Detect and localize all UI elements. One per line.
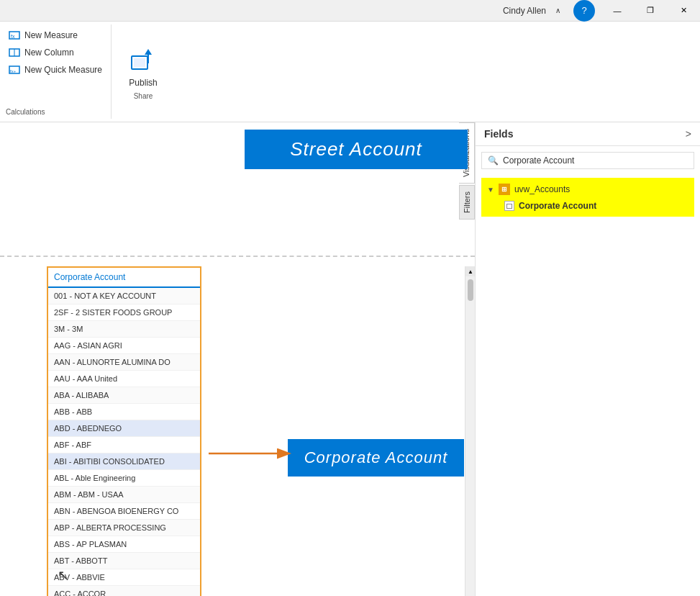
ribbon-share-section: Publish Share xyxy=(112,24,175,119)
new-measure-button[interactable]: fx New Measure xyxy=(6,27,105,43)
scroll-up-button[interactable]: ▲ xyxy=(465,266,475,276)
arrow-annotation xyxy=(201,432,295,475)
table-row[interactable]: ▼ ⊞ uvw_Accounts □ Corporate Account xyxy=(481,178,694,217)
ribbon-calculations-section: fx New Measure New Column xyxy=(0,24,112,119)
list-item[interactable]: 3M - 3M xyxy=(48,321,200,338)
filters-tab[interactable]: Filters xyxy=(459,185,475,220)
svg-rect-7 xyxy=(134,58,145,67)
fields-tree: ▼ ⊞ uvw_Accounts □ Corporate Account xyxy=(476,175,700,220)
minimize-button[interactable]: — xyxy=(601,0,634,22)
left-panel: Street Account Corporate Account 001 - N… xyxy=(0,122,475,596)
table-item[interactable]: ▼ ⊞ uvw_Accounts xyxy=(484,181,691,198)
divider xyxy=(0,256,475,257)
title-bar: Cindy Allen ∧ ? — ❐ ✕ xyxy=(0,0,700,22)
slicer-scrollbar[interactable]: ▲ ▼ xyxy=(465,266,475,596)
street-account-banner: Street Account xyxy=(245,130,468,169)
list-item[interactable]: ABV - ABBVIE xyxy=(48,569,200,586)
slicer-header: Corporate Account xyxy=(48,268,200,288)
new-measure-label: New Measure xyxy=(24,30,78,40)
field-label: Corporate Account xyxy=(519,201,596,211)
svg-text:fx+: fx+ xyxy=(10,69,17,73)
new-column-button[interactable]: New Column xyxy=(6,45,105,60)
list-item[interactable]: 001 - NOT A KEY ACCOUNT xyxy=(48,288,200,304)
fields-search-box[interactable]: 🔍 xyxy=(481,152,694,169)
list-item[interactable]: ABN - ABENGOA BIOENERGY CO xyxy=(48,503,200,520)
calculations-group-label: Calculations xyxy=(6,108,45,116)
list-item[interactable]: AAN - ALUNORTE ALUMINA DO xyxy=(48,354,200,371)
new-measure-icon: fx xyxy=(9,30,20,41)
list-item[interactable]: ABD - ABEDNEGO xyxy=(48,420,200,437)
ribbon-items: fx New Measure New Column xyxy=(6,27,105,107)
svg-marker-9 xyxy=(145,49,152,55)
tree-chevron-down-icon: ▼ xyxy=(487,186,494,194)
list-item[interactable]: ABI - ABITIBI CONSOLIDATED xyxy=(48,453,200,470)
cursor-icon: ↖ xyxy=(58,567,68,583)
field-checkbox-icon: □ xyxy=(504,201,514,211)
publish-icon xyxy=(129,46,158,75)
table-label: uvw_Accounts xyxy=(514,184,570,194)
list-item[interactable]: ABF - ABF xyxy=(48,437,200,453)
list-item[interactable]: ACC - ACCOR xyxy=(48,586,200,596)
new-quick-measure-button[interactable]: fx+ New Quick Measure xyxy=(6,62,105,78)
list-item[interactable]: ABA - ALIBABA xyxy=(48,387,200,404)
share-group-label: Share xyxy=(134,92,153,100)
user-name: Cindy Allen xyxy=(503,6,546,16)
list-item[interactable]: 2SF - 2 SISTER FOODS GROUP xyxy=(48,304,200,321)
fields-panel-title: Fields xyxy=(484,128,513,140)
list-item[interactable]: ABP - ALBERTA PROCESSING xyxy=(48,520,200,536)
search-icon: 🔍 xyxy=(488,155,499,166)
fields-panel-expand-icon[interactable]: > xyxy=(686,128,691,140)
corporate-account-title: Corporate Account xyxy=(304,448,448,467)
field-row[interactable]: □ Corporate Account xyxy=(484,198,691,214)
scroll-thumb xyxy=(468,279,473,301)
ribbon: fx New Measure New Column xyxy=(0,22,700,122)
new-quick-measure-label: New Quick Measure xyxy=(24,65,102,75)
help-button[interactable]: ? xyxy=(573,0,595,22)
user-info: Cindy Allen ∧ xyxy=(503,0,565,22)
list-item[interactable]: AAU - AAA United xyxy=(48,371,200,387)
user-chevron-icon[interactable]: ∧ xyxy=(550,0,565,22)
slicer-panel: Corporate Account 001 - NOT A KEY ACCOUN… xyxy=(47,266,201,596)
slicer-list[interactable]: 001 - NOT A KEY ACCOUNT 2SF - 2 SISTER F… xyxy=(48,288,200,596)
new-column-label: New Column xyxy=(24,48,74,58)
publish-label: Publish xyxy=(129,78,157,88)
list-item[interactable]: AAG - ASIAN AGRI xyxy=(48,338,200,354)
corporate-account-callout: Corporate Account xyxy=(288,439,464,477)
table-icon: ⊞ xyxy=(499,184,510,195)
publish-button[interactable]: Publish xyxy=(123,43,163,91)
maximize-button[interactable]: ❐ xyxy=(634,0,667,22)
list-item[interactable]: ABL - Able Engineering xyxy=(48,470,200,487)
list-item[interactable]: ABM - ABM - USAA xyxy=(48,487,200,503)
main-area: Street Account Corporate Account 001 - N… xyxy=(0,122,700,596)
new-column-icon xyxy=(9,47,20,58)
list-item[interactable]: ABT - ABBOTT xyxy=(48,553,200,569)
svg-text:fx: fx xyxy=(11,34,15,39)
close-button[interactable]: ✕ xyxy=(667,0,700,22)
list-item[interactable]: ABB - ABB xyxy=(48,404,200,420)
list-item[interactable]: ABS - AP PLASMAN xyxy=(48,536,200,553)
fields-panel-header: Fields > xyxy=(476,122,700,146)
fields-search-input[interactable] xyxy=(503,155,688,166)
street-account-title: Street Account xyxy=(290,138,422,161)
right-panel: Fields > 🔍 ▼ ⊞ uvw_Accounts □ Corporate … xyxy=(475,122,700,596)
new-quick-measure-icon: fx+ xyxy=(9,64,20,76)
